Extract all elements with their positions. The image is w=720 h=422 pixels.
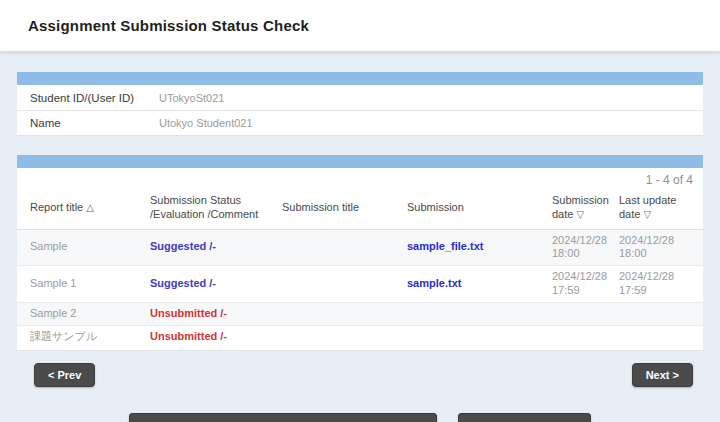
submission-title-cell	[282, 325, 407, 348]
submission-date-cell: 2024/12/28 18:00	[552, 229, 619, 266]
sort-desc-icon[interactable]: ▽	[643, 209, 651, 220]
pager-row: < Prev Next >	[17, 363, 703, 387]
submission-title-cell	[282, 229, 407, 266]
submission-date-cell	[552, 302, 619, 325]
report-title-cell: Sample 2	[17, 302, 150, 325]
student-info-section: Student ID/(User ID) UTokyoSt021 Name Ut…	[17, 72, 703, 136]
last-update-date-cell: 2024/12/28 17:59	[619, 266, 703, 303]
table-row: Sample 1 Suggested /- sample.txt 2024/12…	[17, 266, 703, 303]
submission-file-cell	[407, 302, 552, 325]
last-update-date-cell	[619, 302, 703, 325]
submission-title-cell	[282, 266, 407, 303]
student-id-value: UTokyoSt021	[159, 92, 224, 104]
table-row: 課題サンプル Unsubmitted /-	[17, 325, 703, 348]
report-title-cell: Sample	[17, 229, 150, 266]
last-update-date-cell: 2024/12/28 18:00	[619, 229, 703, 266]
student-id-label: Student ID/(User ID)	[17, 92, 159, 104]
column-header-submission-date[interactable]: Submission date ▽	[552, 188, 619, 229]
page-title: Assignment Submission Status Check	[28, 17, 309, 34]
status-cell: Suggested /-	[150, 266, 282, 303]
column-header-status: Submission Status /Evaluation /Comment	[150, 188, 282, 229]
submission-date-cell	[552, 325, 619, 348]
section-accent-bar	[17, 155, 703, 168]
report-title-cell: 課題サンプル	[17, 325, 150, 348]
sort-desc-icon[interactable]: ▽	[576, 209, 584, 220]
table-header-row: Report title △ Submission Status /Evalua…	[17, 188, 703, 229]
student-name-row: Name Utokyo Student021	[17, 110, 703, 135]
column-header-submission-title: Submission title	[282, 188, 407, 229]
report-title-cell: Sample 1	[17, 266, 150, 303]
assignments-table-wrap: 1 - 4 of 4 Report title △ Submission Sta…	[17, 168, 703, 351]
column-header-report-title[interactable]: Report title △	[17, 188, 150, 229]
student-name-value: Utokyo Student021	[159, 117, 253, 129]
column-header-submission: Submission	[407, 188, 552, 229]
submission-file-link[interactable]: sample_file.txt	[407, 240, 483, 252]
assignments-section: 1 - 4 of 4 Report title △ Submission Sta…	[17, 155, 703, 351]
student-name-label: Name	[17, 117, 159, 129]
footer-buttons: Return to the Entire Proposal Submission…	[17, 413, 703, 422]
student-info-table: Student ID/(User ID) UTokyoSt021 Name Ut…	[17, 85, 703, 136]
sort-asc-icon[interactable]: △	[86, 202, 94, 213]
section-accent-bar	[17, 72, 703, 85]
return-course-top-button[interactable]: Return to Course Top	[458, 413, 591, 422]
status-cell: Suggested /-	[150, 229, 282, 266]
submission-file-cell	[407, 325, 552, 348]
page-header: Assignment Submission Status Check	[0, 0, 720, 52]
pagination-status: 1 - 4 of 4	[17, 168, 703, 188]
submission-date-cell: 2024/12/28 17:59	[552, 266, 619, 303]
prev-button[interactable]: < Prev	[34, 363, 95, 387]
status-cell: Unsubmitted /-	[150, 302, 282, 325]
status-cell: Unsubmitted /-	[150, 325, 282, 348]
column-header-last-update-date[interactable]: Last update date ▽	[619, 188, 703, 229]
next-button[interactable]: Next >	[632, 363, 693, 387]
table-row: Sample 2 Unsubmitted /-	[17, 302, 703, 325]
assignments-table: Report title △ Submission Status /Evalua…	[17, 188, 703, 348]
submission-file-cell: sample_file.txt	[407, 229, 552, 266]
submission-file-cell: sample.txt	[407, 266, 552, 303]
student-id-row: Student ID/(User ID) UTokyoSt021	[17, 85, 703, 110]
submission-title-cell	[282, 302, 407, 325]
return-entire-proposal-button[interactable]: Return to the Entire Proposal Submission…	[129, 413, 436, 422]
last-update-date-cell	[619, 325, 703, 348]
table-row: Sample Suggested /- sample_file.txt 2024…	[17, 229, 703, 266]
main-content: Student ID/(User ID) UTokyoSt021 Name Ut…	[0, 72, 720, 422]
submission-file-link[interactable]: sample.txt	[407, 277, 461, 289]
